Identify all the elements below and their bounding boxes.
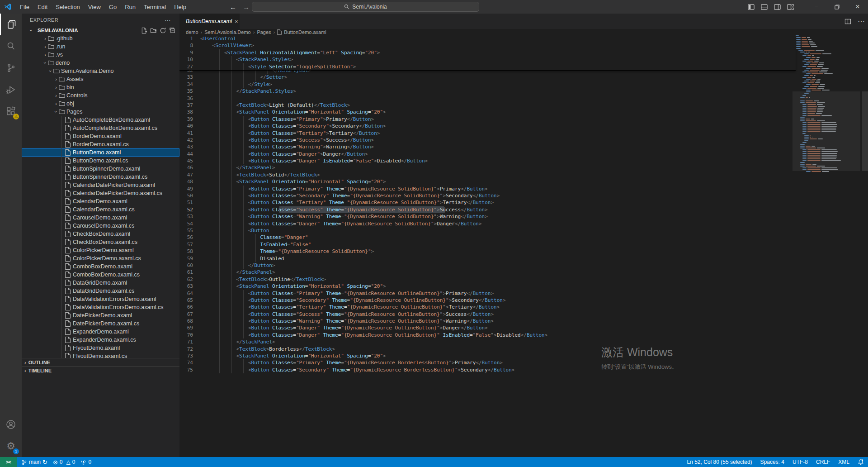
status-cursor-position[interactable]: Ln 52, Col 80 (55 selected) (683, 457, 756, 467)
code-line-55[interactable]: 55 <Button (179, 227, 796, 234)
code-line-54[interactable]: 54 <Button Classes="Danger" Theme="{Dyna… (179, 220, 796, 227)
timeline-section[interactable]: ›TIMELINE (22, 366, 179, 374)
status-language-mode[interactable]: XML (834, 457, 854, 467)
code-line-47[interactable]: 47 <TextBlock>Solid</TextBlock> (179, 172, 796, 178)
code-line-59[interactable]: 59 Disabled (179, 255, 796, 262)
status-encoding[interactable]: UTF-8 (788, 457, 812, 467)
minimap-slider[interactable] (793, 91, 860, 171)
code-line-34[interactable]: 34 </Style> (179, 81, 796, 88)
ports-indicator[interactable]: 0 (78, 457, 94, 467)
menu-help[interactable]: Help (170, 0, 190, 14)
code-line-74[interactable]: 74 <Button Classes="Primary" Theme="{Dyn… (179, 359, 796, 366)
new-file-icon[interactable] (141, 27, 147, 34)
status-eol[interactable]: CRLF (812, 457, 834, 467)
code-line-44[interactable]: 44 <Button Classes="Danger">Danger</Butt… (179, 151, 796, 157)
tree-item-datepickerdemo-axaml-cs[interactable]: DatePickerDemo.axaml.cs (22, 319, 179, 328)
editor-scrollbar[interactable] (862, 91, 868, 171)
code-line-49[interactable]: 49 <Button Classes="Primary" Theme="{Dyn… (179, 186, 796, 192)
breadcrumb-item[interactable]: ButtonDemo.axaml (284, 29, 326, 35)
tree-item-buttondemo-axaml[interactable]: ButtonDemo.axaml (22, 148, 179, 157)
tree-item-buttondemo-axaml-cs[interactable]: ButtonDemo.axaml.cs (22, 157, 179, 165)
breadcrumb-item[interactable]: Pages (257, 29, 271, 35)
code-line-46[interactable]: 46 </StackPanel> (179, 164, 796, 171)
explorer-more-actions-icon[interactable]: ⋯ (165, 16, 171, 24)
tree-item-comboboxdemo-axaml-cs[interactable]: ComboBoxDemo.axaml.cs (22, 271, 179, 279)
refresh-icon[interactable] (160, 27, 166, 34)
tree-item-datepickerdemo-axaml[interactable]: DatePickerDemo.axaml (22, 311, 179, 319)
code-line-51[interactable]: 51 <Button Classes="Tertiary" Theme="{Dy… (179, 199, 796, 206)
tree-item-checkboxdemo-axaml[interactable]: CheckBoxDemo.axaml (22, 230, 179, 238)
tree-item-bin[interactable]: ›bin (22, 83, 179, 91)
code-line-42[interactable]: 42 <Button Classes="Success">Success</Bu… (179, 137, 796, 143)
menu-run[interactable]: Run (121, 0, 140, 14)
command-center-search[interactable]: Semi.Avalonia (252, 2, 479, 12)
tree-item-controls[interactable]: ›Controls (22, 91, 179, 100)
code-line-60[interactable]: 60 </Button> (179, 262, 796, 269)
code-line-38[interactable]: 38 <StackPanel Orientation="Horizontal" … (179, 109, 796, 115)
notifications-bell-icon[interactable] (854, 457, 868, 467)
accounts-icon[interactable] (0, 414, 22, 435)
code-line-75[interactable]: 75 <Button Classes="Secondary" Theme="{D… (179, 367, 796, 373)
code-line-69[interactable]: 69 <Button Classes="Danger" Theme="{Dyna… (179, 324, 796, 331)
tree-item-comboboxdemo-axaml[interactable]: ComboBoxDemo.axaml (22, 262, 179, 271)
close-button[interactable]: × (847, 0, 868, 14)
breadcrumb-item[interactable]: demo (186, 29, 198, 35)
nav-forward-icon[interactable]: → (243, 3, 250, 11)
menu-selection[interactable]: Selection (52, 0, 84, 14)
settings-gear-icon[interactable]: ⚙1 (0, 435, 22, 457)
tree-item-obj[interactable]: ›obj (22, 100, 179, 108)
code-line-1[interactable]: 1<UserControl (179, 35, 796, 42)
code-line-58[interactable]: 58 Theme="{DynamicResource SolidButton}"… (179, 248, 796, 255)
run-debug-icon[interactable] (0, 79, 22, 100)
tree-item-datavalidationerrorsdemo-axaml[interactable]: DataValidationErrorsDemo.axaml (22, 295, 179, 303)
tree-item-datagriddemo-axaml-cs[interactable]: DataGridDemo.axaml.cs (22, 287, 179, 295)
code-line-45[interactable]: 45 <Button Classes="Danger" IsEnabled="F… (179, 157, 796, 164)
tree-item-calendardatepickerdemo-axaml[interactable]: CalendarDatePickerDemo.axaml (22, 181, 179, 189)
restore-button[interactable] (826, 0, 847, 14)
code-line-61[interactable]: 61 </StackPanel> (179, 269, 796, 276)
code-line-71[interactable]: 71 </StackPanel> (179, 338, 796, 345)
code-line-37[interactable]: 37 <TextBlock>Light (Default)</TextBlock… (179, 102, 796, 109)
tree-item-calendardemo-axaml-cs[interactable]: CalendarDemo.axaml.cs (22, 205, 179, 214)
tree-root-semi-avalonia[interactable]: › SEMI.AVALONIA (22, 26, 179, 34)
code-line-67[interactable]: 67 <Button Classes="Success" Theme="{Dyn… (179, 311, 796, 318)
explorer-icon[interactable] (0, 14, 22, 35)
code-line-35[interactable]: 35 </StackPanel.Styles> (179, 88, 796, 95)
code-line-56[interactable]: 56 Classes="Danger" (179, 234, 796, 241)
tree-item-carouseldemo-axaml-cs[interactable]: CarouselDemo.axaml.cs (22, 222, 179, 230)
nav-back-icon[interactable]: ← (230, 3, 236, 11)
search-view-icon[interactable] (0, 35, 22, 57)
tree-item-buttonspinnerdemo-axaml[interactable]: ButtonSpinnerDemo.axaml (22, 165, 179, 173)
tree-item--run[interactable]: ›.run (22, 43, 179, 51)
code-line-70[interactable]: 70 <Button Classes="Danger" Theme="{Dyna… (179, 332, 796, 338)
menu-terminal[interactable]: Terminal (140, 0, 170, 14)
menu-edit[interactable]: Edit (33, 0, 52, 14)
code-line-9[interactable]: 9 <StackPanel HorizontalAlignment="Left"… (179, 49, 796, 56)
code-line-65[interactable]: 65 <Button Classes="Secondary" Theme="{D… (179, 297, 796, 304)
tree-item-semi-avalonia-demo[interactable]: ›Semi.Avalonia.Demo (22, 67, 179, 75)
code-line-8[interactable]: 8 <ScrollViewer> (179, 42, 796, 49)
tree-item-colorpickerdemo-axaml[interactable]: ColorPickerDemo.axaml (22, 246, 179, 254)
tree-item-calendardatepickerdemo-axaml-cs[interactable]: CalendarDatePickerDemo.axaml.cs (22, 189, 179, 197)
branch-indicator[interactable]: main ↻ (17, 457, 50, 467)
tree-item-demo[interactable]: ›demo (22, 59, 179, 67)
code-line-62[interactable]: 62 <TextBlock>Outline</TextBlock> (179, 276, 796, 283)
editor-more-actions-icon[interactable]: ⋯ (858, 17, 865, 26)
code-line-64[interactable]: 64 <Button Classes="Primary" Theme="{Dyn… (179, 290, 796, 297)
menu-view[interactable]: View (84, 0, 105, 14)
code-line-66[interactable]: 66 <Button Classes="Tertiary" Theme="{Dy… (179, 304, 796, 310)
tab-buttondemo-axaml[interactable]: ButtonDemo.axaml × (179, 14, 240, 29)
code-line-36[interactable]: 36 (179, 95, 796, 102)
code-line-63[interactable]: 63 <StackPanel Orientation="Horizontal" … (179, 283, 796, 290)
code-line-41[interactable]: 41 <Button Classes="Tertiary">Tertiary</… (179, 130, 796, 137)
outline-section[interactable]: ›OUTLINE (22, 358, 179, 366)
tree-item--github[interactable]: ›.github (22, 34, 179, 43)
tree-item-borderdemo-axaml[interactable]: BorderDemo.axaml (22, 132, 179, 140)
tree-item-carouseldemo-axaml[interactable]: CarouselDemo.axaml (22, 214, 179, 222)
tree-item-buttonspinnerdemo-axaml-cs[interactable]: ButtonSpinnerDemo.axaml.cs (22, 173, 179, 181)
code-line-50[interactable]: 50 <Button Classes="Secondary" Theme="{D… (179, 192, 796, 199)
code-line-27[interactable]: 27 <Style Selector="ToggleSplitButton"> (179, 63, 796, 70)
code-line-57[interactable]: 57 IsEnabled="False" (179, 241, 796, 248)
tree-item-expanderdemo-axaml[interactable]: ExpanderDemo.axaml (22, 328, 179, 336)
breadcrumb-item[interactable]: Semi.Avalonia.Demo (204, 29, 251, 35)
